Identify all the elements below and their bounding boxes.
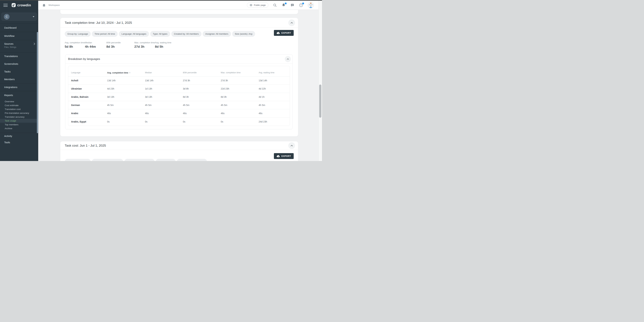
sidebar: crowdin C Dashboard Workflow Sources Fil… (0, 1, 38, 161)
sidebar-item-reports-archive[interactable]: Archive (0, 127, 38, 130)
hamburger-menu-icon[interactable] (3, 4, 8, 7)
caret-down-icon (33, 16, 34, 17)
main-content: Task completion time: Jul 10, 2024 - Jul… (38, 10, 318, 161)
collapse-task-cost-button[interactable] (288, 142, 295, 149)
sidebar-scrollbar-thumb[interactable] (37, 32, 38, 133)
org-switcher[interactable]: C (1, 12, 37, 21)
value-cell: 4h 5m (142, 104, 180, 106)
filter-chip[interactable]: Created by: All members (171, 31, 202, 37)
value-cell: 46s (218, 112, 256, 115)
sidebar-item-reports-top-members[interactable]: Top members (0, 123, 38, 127)
sidebar-item-workflow[interactable]: Workflow (0, 32, 38, 40)
chevron-right-icon (34, 43, 35, 45)
public-page-button[interactable]: Public page (247, 2, 268, 8)
sidebar-item-tools[interactable]: Tools (0, 139, 38, 146)
stat-value: 8d 5h (155, 45, 171, 48)
sidebar-item-reports-task-usage[interactable]: Task usage (0, 119, 38, 123)
table-row: Acholi 13d 14h13d 14h27d 3h27d 3h13d 14h (68, 76, 290, 85)
chevron-up-icon (290, 22, 293, 24)
sidebar-item-reports-pre-translation-accuracy[interactable]: Pre-translation accuracy (0, 111, 38, 115)
crowdin-logo[interactable]: crowdin (12, 3, 31, 7)
filter-chip[interactable]: Group by: Language (65, 159, 91, 161)
value-cell: 4d 22h (256, 87, 290, 90)
sidebar-item-translations[interactable]: Translations (0, 52, 38, 60)
stat-block: Avg. waiting time 8d 5h (155, 41, 171, 48)
stat-block: 80th percentile 8d 3h (106, 41, 134, 48)
filter-chip[interactable]: Language: All languages (119, 31, 149, 37)
search-button[interactable] (273, 3, 277, 7)
value-cell: 4h 5m (104, 104, 142, 106)
column-header-language[interactable]: Language (68, 71, 104, 74)
sidebar-item-activity[interactable]: Activity (0, 133, 38, 139)
breakdown-table: Language Avg. completion time↑ Median 80… (68, 66, 290, 126)
filter-chip[interactable]: Time period: All time (92, 31, 118, 37)
help-badge (302, 2, 304, 4)
value-cell: 27d 3h (180, 79, 218, 82)
stat-value: 5d 8h (65, 45, 85, 48)
breakdown-title: Breakdown by languages (68, 57, 100, 61)
crowdin-wordmark: crowdin (17, 3, 31, 7)
sidebar-item-sources[interactable]: Sources Files, Strings (0, 40, 38, 52)
task-completion-title: Task completion time: Jul 10, 2024 - Jul… (65, 21, 132, 25)
language-cell: Ukrainian (68, 87, 104, 90)
stat-label: Avg. completion time (65, 41, 85, 44)
sidebar-item-dashboard[interactable]: Dashboard (0, 24, 38, 32)
page-scrollbar[interactable] (318, 1, 322, 161)
home-icon (42, 4, 46, 7)
sidebar-item-reports-cost-estimate[interactable]: Cost estimate (0, 103, 38, 107)
table-row: Arabic, Egypt 0s0s0s0s24d 23h (68, 118, 290, 126)
column-header-avg-completion-time[interactable]: Avg. completion time↑ (104, 71, 142, 74)
value-cell: 22d 23h (218, 87, 256, 90)
sidebar-item-reports[interactable]: Reports (0, 91, 38, 99)
app-window: crowdin C Dashboard Workflow Sources Fil… (0, 0, 322, 161)
sidebar-item-reports-overview[interactable]: Overview (0, 100, 38, 103)
column-header-max-completion-time[interactable]: Max. completion time (218, 71, 256, 74)
value-cell: 8d 3h (218, 96, 256, 98)
task-cost-title: Task cost: Jun 1 - Jul 1, 2025 (65, 144, 106, 148)
task-completion-filters: Group by: LanguageTime period: All timeL… (65, 31, 294, 37)
cloud-download-icon (276, 32, 280, 34)
messages-button[interactable] (290, 3, 294, 7)
value-cell: 3d 13h (142, 96, 180, 98)
export-task-cost-button[interactable]: EXPORT (274, 153, 294, 159)
filter-chip[interactable]: Type: All types (150, 31, 170, 37)
globe-icon (250, 4, 252, 6)
filter-chip[interactable]: Assignee: All members (203, 31, 231, 37)
filter-chip[interactable]: Group by: Language (65, 31, 91, 37)
filter-chip[interactable]: Type: All types (156, 159, 176, 161)
filter-chip[interactable]: Created by: All members (177, 159, 207, 161)
collapse-task-completion-button[interactable] (288, 19, 295, 26)
svg-text:?: ? (300, 4, 302, 6)
filter-chip[interactable]: Time period: Last 30 days (92, 159, 123, 161)
column-header-avg-waiting-time[interactable]: Avg. waiting time (256, 71, 290, 74)
language-cell: Acholi (68, 79, 104, 82)
table-row: Arabic 46s46s46s46s46s (68, 109, 290, 118)
value-cell: 4h 5m (256, 104, 290, 106)
column-header-median[interactable]: Median (142, 71, 180, 74)
collapse-breakdown-button[interactable] (285, 56, 291, 62)
value-cell: 3d 8h (180, 87, 218, 90)
stat-value: 27d 3h (134, 45, 155, 48)
sidebar-item-screenshots[interactable]: Screenshots (0, 60, 38, 68)
sidebar-item-reports-translation-cost[interactable]: Translation cost (0, 107, 38, 111)
home-button[interactable] (42, 4, 46, 7)
breakdown-card: Breakdown by languages Language Avg. com… (65, 54, 293, 129)
value-cell: 46s (142, 112, 180, 115)
notifications-button[interactable] (282, 3, 286, 7)
window-top-edge (0, 0, 322, 1)
page-scrollbar-thumb[interactable] (319, 85, 321, 118)
sidebar-item-integrations[interactable]: Integrations (0, 83, 38, 91)
export-task-completion-button[interactable]: EXPORT (274, 30, 294, 36)
column-header-80th-percentile[interactable]: 80th percentile (180, 71, 218, 74)
previous-card-edge (60, 10, 298, 14)
table-row: Arabic, Bahrain 3d 13h3d 13h8d 3h8d 3h4d… (68, 93, 290, 101)
value-cell: 0s (218, 120, 256, 123)
filter-chip[interactable]: Language: All languages (124, 159, 154, 161)
sidebar-item-tasks[interactable]: Tasks (0, 68, 38, 75)
help-button[interactable]: ? (299, 3, 303, 7)
filter-chip[interactable]: Size (words): Any (232, 31, 255, 37)
sidebar-item-members[interactable]: Members (0, 75, 38, 83)
sidebar-item-reports-translator-accuracy[interactable]: Translator accuracy (0, 115, 38, 119)
user-avatar[interactable] (308, 2, 314, 8)
value-cell: 46s (180, 112, 218, 115)
